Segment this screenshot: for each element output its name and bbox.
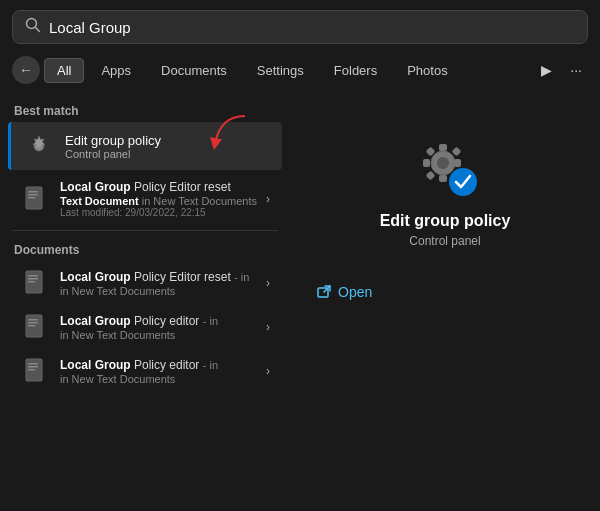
best-match-item[interactable]: Edit group policy Control panel bbox=[8, 122, 282, 170]
doc-item-1[interactable]: Local Group Policy Editor reset - in in … bbox=[8, 261, 282, 305]
detail-subtitle: Control panel bbox=[409, 234, 480, 248]
group-policy-icon bbox=[23, 130, 55, 162]
doc-item-3-sub: in New Text Documents bbox=[60, 373, 258, 385]
file-sub-bold: Text Document bbox=[60, 195, 139, 207]
file-icon bbox=[20, 183, 52, 215]
doc-item-2[interactable]: Local Group Policy editor - in in New Te… bbox=[8, 305, 282, 349]
main-content: Best match bbox=[0, 90, 600, 511]
file-sub-rest: in New Text Documents bbox=[139, 195, 257, 207]
documents-label: Documents bbox=[0, 237, 290, 261]
chevron-right-icon: › bbox=[266, 192, 270, 206]
svg-rect-24 bbox=[423, 159, 430, 167]
back-icon: ← bbox=[19, 62, 33, 78]
open-button[interactable]: Open bbox=[306, 278, 382, 306]
left-panel: Best match bbox=[0, 90, 290, 511]
svg-rect-14 bbox=[28, 322, 38, 324]
svg-rect-25 bbox=[454, 159, 461, 167]
tab-apps[interactable]: Apps bbox=[88, 58, 144, 83]
doc-item-2-info: Local Group Policy editor - in in New Te… bbox=[60, 314, 258, 341]
svg-rect-19 bbox=[28, 369, 35, 371]
detail-title: Edit group policy bbox=[380, 212, 511, 230]
tab-documents[interactable]: Documents bbox=[148, 58, 240, 83]
doc-item-1-title: Local Group Policy Editor reset - in bbox=[60, 270, 258, 284]
best-match-title: Edit group policy bbox=[65, 133, 161, 148]
more-button[interactable]: ··· bbox=[564, 58, 588, 82]
svg-rect-10 bbox=[28, 278, 38, 280]
svg-rect-18 bbox=[28, 366, 38, 368]
file-result-sub: Text Document in New Text Documents bbox=[60, 195, 258, 207]
svg-rect-23 bbox=[439, 175, 447, 182]
doc-item-3[interactable]: Local Group Policy editor - in in New Te… bbox=[8, 349, 282, 393]
doc-icon-3 bbox=[20, 355, 52, 387]
back-button[interactable]: ← bbox=[12, 56, 40, 84]
open-link-icon bbox=[316, 284, 332, 300]
best-match-subtitle: Control panel bbox=[65, 148, 161, 160]
svg-rect-6 bbox=[28, 194, 38, 196]
open-label: Open bbox=[338, 284, 372, 300]
search-icon bbox=[25, 17, 41, 37]
svg-line-1 bbox=[36, 28, 40, 32]
filter-right-controls: ▶ ··· bbox=[535, 58, 588, 82]
divider bbox=[12, 230, 278, 231]
svg-rect-17 bbox=[28, 363, 38, 365]
tab-folders[interactable]: Folders bbox=[321, 58, 390, 83]
file-result-title: Local Group Policy Editor reset bbox=[60, 180, 258, 194]
file-title-bold: Local Group bbox=[60, 180, 131, 194]
tab-photos[interactable]: Photos bbox=[394, 58, 460, 83]
chevron-right-icon-3: › bbox=[266, 364, 270, 378]
best-match-text: Edit group policy Control panel bbox=[65, 133, 161, 160]
doc-item-3-info: Local Group Policy editor - in in New Te… bbox=[60, 358, 258, 385]
tab-settings[interactable]: Settings bbox=[244, 58, 317, 83]
svg-line-32 bbox=[324, 286, 330, 292]
doc-item-3-title: Local Group Policy editor - in bbox=[60, 358, 258, 372]
play-button[interactable]: ▶ bbox=[535, 58, 558, 82]
file-result-modified: Last modified: 29/03/2022, 22:15 bbox=[60, 207, 258, 218]
file-result-item[interactable]: Local Group Policy Editor reset Text Doc… bbox=[8, 174, 282, 224]
best-match-label: Best match bbox=[0, 98, 290, 122]
svg-rect-15 bbox=[28, 325, 35, 327]
detail-icon bbox=[409, 130, 481, 202]
chevron-right-icon-2: › bbox=[266, 320, 270, 334]
tab-all[interactable]: All bbox=[44, 58, 84, 83]
svg-rect-27 bbox=[452, 147, 462, 157]
doc-item-2-title: Local Group Policy editor - in bbox=[60, 314, 258, 328]
svg-rect-11 bbox=[28, 281, 35, 283]
file-title-rest: Policy Editor reset bbox=[131, 180, 231, 194]
svg-rect-28 bbox=[426, 171, 436, 181]
search-input[interactable] bbox=[49, 19, 575, 36]
doc-item-1-info: Local Group Policy Editor reset - in in … bbox=[60, 270, 258, 297]
svg-rect-13 bbox=[28, 319, 38, 321]
svg-rect-7 bbox=[28, 197, 35, 199]
svg-rect-22 bbox=[439, 144, 447, 151]
svg-rect-9 bbox=[28, 275, 38, 277]
doc-item-2-sub: in New Text Documents bbox=[60, 329, 258, 341]
svg-point-21 bbox=[437, 157, 449, 169]
svg-point-30 bbox=[449, 168, 477, 196]
doc-icon-1 bbox=[20, 267, 52, 299]
filter-bar: ← All Apps Documents Settings Folders Ph… bbox=[0, 54, 600, 90]
search-bar bbox=[12, 10, 588, 44]
doc-item-1-sub: in New Text Documents bbox=[60, 285, 258, 297]
right-panel: Edit group policy Control panel Open bbox=[290, 90, 600, 511]
chevron-right-icon-1: › bbox=[266, 276, 270, 290]
file-result-info: Local Group Policy Editor reset Text Doc… bbox=[60, 180, 258, 218]
doc-icon-2 bbox=[20, 311, 52, 343]
svg-rect-5 bbox=[28, 191, 38, 193]
